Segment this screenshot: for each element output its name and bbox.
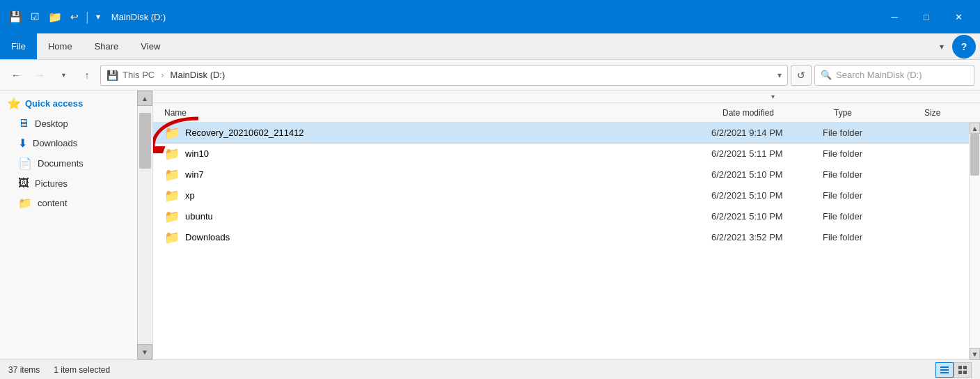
sidebar-item-pictures[interactable]: 🖼 Pictures 📌 <box>0 173 152 193</box>
back-button[interactable]: ← <box>6 65 26 86</box>
file-name-1: win10 <box>185 148 209 159</box>
file-list-header: Name Date modified Type Size <box>153 103 980 123</box>
file-row-2[interactable]: 📁 win7 6/2/2021 5:10 PM File folder <box>153 164 969 185</box>
selected-count: 1 item selected <box>54 365 110 375</box>
downloads-icon: ⬇ <box>18 137 27 150</box>
sidebar-item-documents-label: Documents <box>38 158 84 169</box>
scrollbar-track <box>970 134 980 348</box>
folder-icon-4: 📁 <box>164 209 180 224</box>
col-header-size[interactable]: Size <box>919 108 974 118</box>
sidebar-item-content-label: content <box>38 198 68 208</box>
col-header-type[interactable]: Type <box>828 108 919 118</box>
file-row-4[interactable]: 📁 ubuntu 6/2/2021 5:10 PM File folder <box>153 206 969 227</box>
folder-icon-1: 📁 <box>164 146 180 162</box>
sidebar-item-desktop[interactable]: 🖥 Desktop 📌 <box>0 114 152 133</box>
maximize-button[interactable]: □ <box>910 0 942 33</box>
file-row-1-type: File folder <box>817 148 908 159</box>
file-row-4-type: File folder <box>817 211 908 222</box>
tab-share[interactable]: Share <box>84 33 130 59</box>
col-header-date[interactable]: Date modified <box>717 108 828 118</box>
view-details-btn[interactable] <box>935 362 954 378</box>
sidebar-content: ⭐ Quick access 🖥 Desktop 📌 ⬇ Downloads 📌… <box>0 91 152 359</box>
ribbon-collapse-button[interactable]: ▾ <box>931 42 952 52</box>
details-icon <box>940 365 949 375</box>
breadcrumb-sep-1: › <box>161 70 164 80</box>
address-bar[interactable]: 💾 This PC › MainDisk (D:) ▾ <box>100 65 788 86</box>
undo-icon: ↩ <box>68 8 81 25</box>
file-list-container: 📁 Recovery_20210602_211412 6/2/2021 9:14… <box>153 123 980 359</box>
svg-rect-4 <box>958 366 962 369</box>
file-row-1-date: 6/2/2021 5:11 PM <box>706 148 817 159</box>
file-row-3[interactable]: 📁 xp 6/2/2021 5:10 PM File folder <box>153 185 969 206</box>
file-list-scrollbar[interactable]: ▲ ▼ <box>969 123 980 359</box>
address-chevron[interactable]: ▾ <box>777 70 782 80</box>
sidebar-scrollbar-thumb <box>139 113 151 169</box>
sidebar-item-content[interactable]: 📁 content 📌 <box>0 193 152 213</box>
file-row-1-name: 📁 win10 <box>159 146 706 162</box>
main-content: ⭐ Quick access 🖥 Desktop 📌 ⬇ Downloads 📌… <box>0 91 980 359</box>
folder-icon: 📁 <box>45 8 65 26</box>
forward-button[interactable]: → <box>29 65 50 86</box>
dropdown-arrow[interactable]: ▾ <box>93 9 103 24</box>
file-row-0-date: 6/2/2021 9:14 PM <box>706 127 817 138</box>
folder-icon-3: 📁 <box>164 188 180 203</box>
file-row-2-type: File folder <box>817 169 908 180</box>
file-row-5-type: File folder <box>817 232 908 242</box>
ribbon: File Home Share View ▾ ? <box>0 33 980 60</box>
search-bar[interactable]: 🔍 Search MainDisk (D:) <box>814 65 974 86</box>
tab-view[interactable]: View <box>129 33 171 59</box>
sidebar-section-quickaccess: ⭐ Quick access 🖥 Desktop 📌 ⬇ Downloads 📌… <box>0 93 152 213</box>
minimize-button[interactable]: ─ <box>878 0 910 33</box>
title-bar-icons: 💾 ☑ 📁 ↩ | ▾ <box>6 8 103 26</box>
svg-rect-1 <box>940 366 949 368</box>
col-header-name[interactable]: Name <box>159 108 717 118</box>
content-icon: 📁 <box>18 196 32 210</box>
refresh-button[interactable]: ↺ <box>791 65 812 86</box>
date-sort-chevron: ▾ <box>771 93 775 100</box>
scrollbar-down-btn[interactable]: ▼ <box>970 348 980 359</box>
sidebar-scrollbar[interactable] <box>137 106 152 344</box>
sidebar-header-quickaccess[interactable]: ⭐ Quick access <box>0 93 152 114</box>
window-controls: ─ □ ✕ <box>878 0 974 33</box>
close-button[interactable]: ✕ <box>942 0 974 33</box>
file-row-3-date: 6/2/2021 5:10 PM <box>706 190 817 201</box>
svg-rect-5 <box>963 366 967 369</box>
tab-file[interactable]: File <box>0 33 37 59</box>
file-name-5: Downloads <box>185 232 230 242</box>
nav-bar: ← → ▾ ↑ 💾 This PC › MainDisk (D:) ▾ ↺ 🔍 … <box>0 60 980 91</box>
help-button[interactable]: ? <box>952 35 976 59</box>
view-tiles-btn[interactable] <box>954 362 972 378</box>
sidebar-item-documents[interactable]: 📄 Documents 📌 <box>0 153 152 173</box>
file-row-0-name: 📁 Recovery_20210602_211412 <box>159 125 706 141</box>
folder-icon-2: 📁 <box>164 167 180 183</box>
file-name-0: Recovery_20210602_211412 <box>185 127 304 138</box>
folder-icon-0: 📁 <box>164 125 180 141</box>
col-sort-indicator: ▾ <box>153 91 980 103</box>
sidebar-item-pictures-label: Pictures <box>35 178 68 189</box>
status-bar: 37 items 1 item selected <box>0 359 980 379</box>
file-name-2: win7 <box>185 169 204 180</box>
quickaccess-icon: ⭐ <box>7 97 21 110</box>
item-count: 37 items <box>8 365 40 375</box>
file-row-1[interactable]: 📁 win10 6/2/2021 5:11 PM File folder <box>153 144 969 164</box>
file-row-5[interactable]: 📁 Downloads 6/2/2021 3:52 PM File folder <box>153 227 969 248</box>
file-row-0[interactable]: 📁 Recovery_20210602_211412 6/2/2021 9:14… <box>153 123 969 144</box>
search-icon: 🔍 <box>821 70 832 80</box>
file-row-5-date: 6/2/2021 3:52 PM <box>706 232 817 242</box>
folder-icon-5: 📁 <box>164 230 180 245</box>
sidebar-item-downloads[interactable]: ⬇ Downloads 📌 <box>0 133 152 153</box>
file-row-3-type: File folder <box>817 190 908 201</box>
sidebar: ⭐ Quick access 🖥 Desktop 📌 ⬇ Downloads 📌… <box>0 91 153 359</box>
file-row-2-name: 📁 win7 <box>159 167 706 183</box>
svg-rect-6 <box>958 371 962 374</box>
scrollbar-up-btn[interactable]: ▲ <box>970 123 980 134</box>
sidebar-scroll-down[interactable]: ▼ <box>137 344 152 359</box>
breadcrumb-maindisk[interactable]: MainDisk (D:) <box>171 70 226 80</box>
up-button[interactable]: ↑ <box>77 65 97 86</box>
date-sort-chevron-container: ▾ <box>717 93 828 100</box>
sidebar-scroll-up[interactable]: ▲ <box>137 91 152 106</box>
breadcrumb-thispc[interactable]: This PC <box>122 70 155 80</box>
file-list: 📁 Recovery_20210602_211412 6/2/2021 9:14… <box>153 123 969 359</box>
tab-home[interactable]: Home <box>37 33 84 59</box>
recent-button[interactable]: ▾ <box>53 65 74 86</box>
